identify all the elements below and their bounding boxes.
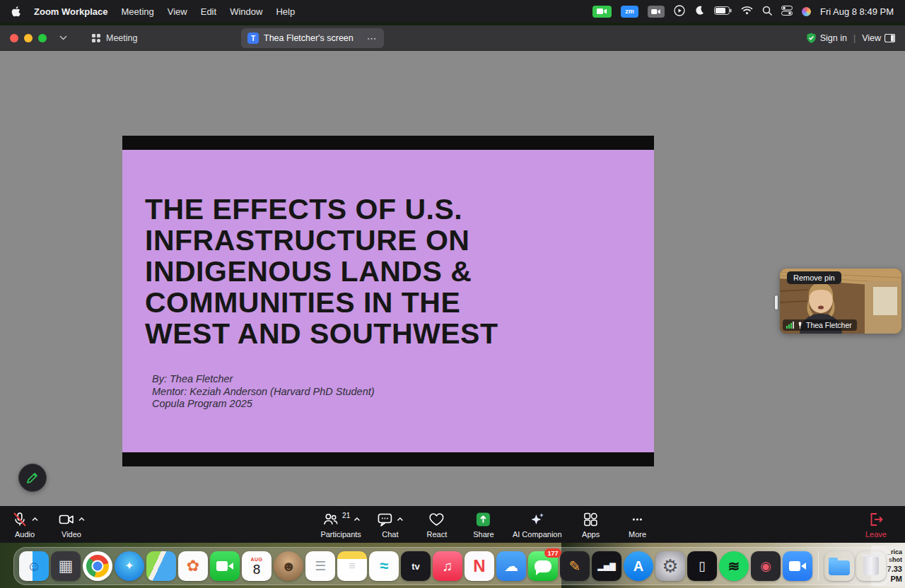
menu-clock[interactable]: Fri Aug 8 8:49 PM [820, 6, 894, 17]
sparkle-icon [529, 511, 546, 528]
dock-music-icon[interactable]: ♫ [433, 551, 462, 581]
video-camera-icon [58, 511, 75, 528]
dock-spotify-icon[interactable]: ≋ [719, 551, 749, 581]
trash-glyph [863, 557, 879, 575]
dock-settings-icon[interactable]: ⚙ [655, 551, 685, 581]
dock-phone-mirroring-icon[interactable]: ▯ [687, 551, 717, 581]
menu-window[interactable]: Window [230, 6, 262, 17]
dock-zoom-icon[interactable] [783, 551, 812, 581]
wifi-icon[interactable] [741, 6, 753, 17]
zoom-window: Meeting T Thea Fletcher's screen ⋯ Sign … [0, 25, 905, 543]
dock-maps-icon[interactable] [146, 551, 176, 581]
pinned-participant-video[interactable]: Remove pin Thea Fletcher [780, 269, 901, 334]
battery-icon[interactable] [714, 6, 732, 17]
dock-messages-icon[interactable]: 177 [528, 551, 558, 581]
audio-button[interactable]: Audio [7, 511, 42, 539]
desktop-wallpaper-strip: _rica shot 7.33 PM ☺▦✦✿AUG8☻☰≡≈tv♫N☁177✎… [0, 543, 905, 588]
dock-news-icon[interactable]: N [465, 551, 494, 581]
screen-share-indicator-icon[interactable] [592, 6, 612, 18]
participants-button[interactable]: 21 Participants [320, 511, 361, 539]
dock-chrome-icon[interactable] [83, 551, 112, 581]
dock-reminders-icon[interactable]: ☰ [305, 551, 335, 581]
zoom-window-button[interactable] [38, 34, 47, 42]
play-status-icon[interactable] [674, 5, 685, 18]
menu-meeting[interactable]: Meeting [122, 6, 154, 17]
tab-meeting[interactable]: Meeting [91, 33, 137, 43]
leave-button[interactable]: Leave [858, 511, 894, 539]
remove-pin-button[interactable]: Remove pin [787, 271, 841, 284]
more-button[interactable]: More [620, 511, 655, 539]
dock-camera-app-icon[interactable]: ◉ [751, 551, 781, 581]
spotlight-search-icon[interactable] [762, 6, 772, 18]
tab-shared-screen[interactable]: T Thea Fletcher's screen ⋯ [241, 28, 384, 48]
chrome-logo [86, 555, 109, 577]
audio-chevron[interactable] [32, 517, 38, 522]
dock-facetime-icon[interactable] [210, 551, 240, 581]
tab-options-ellipsis-icon[interactable]: ⋯ [367, 33, 378, 43]
leave-label: Leave [865, 530, 887, 539]
slide-title-line: INDIGENOUS LANDS & [145, 256, 498, 287]
dock-photos-icon[interactable]: ✿ [178, 551, 208, 581]
minimize-window-button[interactable] [24, 34, 33, 42]
dock-notes-icon[interactable]: ≡ [337, 551, 367, 581]
participants-label: Participants [320, 530, 361, 539]
slide-letterbox-bottom [122, 452, 654, 466]
slide-body: THE EFFECTS OF U.S. INFRASTRUCTURE ON IN… [122, 150, 654, 452]
video-button[interactable]: Video [54, 511, 89, 539]
chat-chevron[interactable] [397, 517, 404, 522]
react-button[interactable]: React [419, 511, 455, 539]
share-label: Share [473, 530, 494, 539]
dock-launchpad-icon[interactable]: ▦ [51, 551, 81, 581]
dock-folder-icon[interactable] [824, 551, 854, 581]
menu-app-name[interactable]: Zoom Workplace [34, 6, 108, 17]
ai-companion-button[interactable]: AI Companion [513, 511, 562, 539]
meeting-grid-icon [91, 33, 101, 43]
dock-finder-icon[interactable]: ☺ [19, 551, 49, 581]
dock-trash-icon[interactable] [856, 551, 886, 581]
dock-calendar-icon[interactable]: AUG8 [242, 551, 272, 581]
dock-tv-icon[interactable]: tv [401, 551, 431, 581]
dock-safari-icon[interactable]: ✦ [115, 551, 144, 581]
dock-weather-icon[interactable]: ☁ [496, 551, 526, 581]
meeting-toolbar: Audio Video [0, 506, 905, 543]
menu-edit[interactable]: Edit [201, 6, 216, 17]
chat-button[interactable]: Chat [373, 511, 408, 539]
slide-mentor: Mentor: Keziah Anderson (Harvard PhD Stu… [152, 386, 375, 399]
annotate-button[interactable] [18, 464, 47, 492]
share-button[interactable]: Share [466, 511, 501, 539]
sign-in-button[interactable]: Sign in [806, 33, 847, 44]
slide-byline: By: Thea Fletcher Mentor: Keziah Anderso… [152, 373, 375, 411]
menu-help[interactable]: Help [276, 6, 295, 17]
close-window-button[interactable] [10, 34, 18, 42]
participant-name-badge: Thea Fletcher [783, 319, 857, 331]
control-center-icon[interactable] [781, 6, 793, 18]
macos-menu-bar: Zoom Workplace Meeting View Edit Window … [0, 0, 905, 23]
dock-profile-icon[interactable]: ☻ [274, 551, 303, 581]
apple-menu-icon[interactable] [11, 6, 21, 17]
dock-stocks-icon[interactable]: ▂▅▇ [592, 551, 621, 581]
share-screen-icon [475, 511, 492, 528]
window-tab-bar: Meeting T Thea Fletcher's screen ⋯ Sign … [0, 25, 905, 51]
video-chevron[interactable] [78, 517, 85, 522]
shield-check-icon [806, 33, 817, 44]
focus-moon-icon[interactable] [694, 5, 705, 18]
window-chevron-down-icon[interactable] [59, 35, 67, 40]
user-avatar-dot[interactable] [802, 7, 811, 16]
chat-label: Chat [382, 530, 398, 539]
shared-screen-area: THE EFFECTS OF U.S. INFRASTRUCTURE ON IN… [0, 51, 905, 506]
dock-freeform-icon[interactable]: ≈ [369, 551, 399, 581]
dock-separator [818, 551, 819, 581]
dock-appstore-icon[interactable]: A [624, 551, 653, 581]
participants-chevron[interactable] [354, 517, 360, 522]
menu-view[interactable]: View [168, 6, 187, 17]
video-resize-handle[interactable] [775, 295, 778, 310]
apps-button[interactable]: Apps [573, 511, 609, 539]
zoom-menubar-badge[interactable]: zm [621, 6, 638, 18]
traffic-lights [10, 34, 47, 42]
view-button[interactable]: View [862, 33, 895, 43]
camera-in-use-icon[interactable] [648, 6, 665, 18]
heart-icon [428, 511, 445, 528]
header-divider: | [853, 33, 856, 43]
shared-screen-tab-icon: T [247, 33, 259, 44]
dock-pencil-app-icon[interactable]: ✎ [560, 551, 590, 581]
